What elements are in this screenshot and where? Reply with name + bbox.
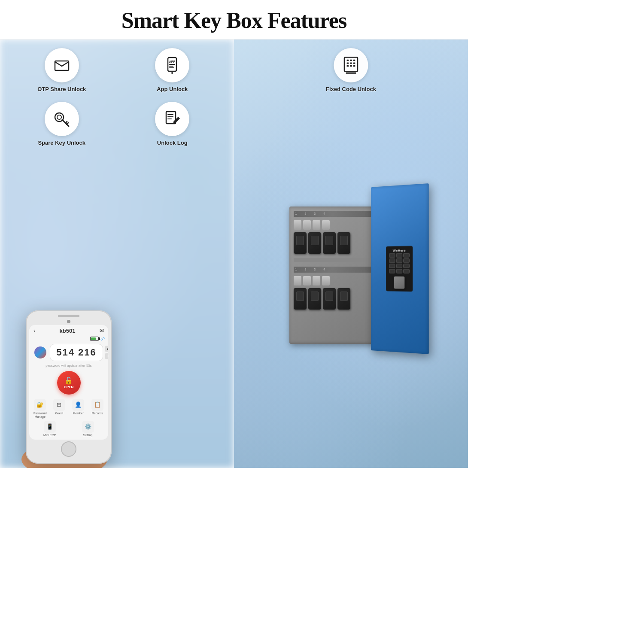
screen-header: ‹ kb501 ✉	[29, 325, 108, 336]
menu-member[interactable]: 👤 Member	[69, 399, 88, 419]
document-pen-icon	[164, 110, 181, 128]
svg-rect-19	[350, 65, 352, 67]
lock-panel: WeHere	[386, 246, 413, 292]
password-manage-label: PasswordManage	[33, 412, 47, 419]
keypad-btn-9	[403, 264, 410, 268]
status-row: ☍	[29, 336, 108, 342]
num-5: 1	[295, 268, 297, 271]
guest-icon: ⊞	[53, 399, 65, 411]
fixed-code-icon-circle	[334, 48, 368, 82]
key-hook-5	[294, 276, 301, 286]
key-fob-row-1	[294, 232, 371, 254]
keypad-btn-0	[396, 269, 402, 273]
keybox-door: WeHere	[371, 183, 429, 354]
menu-mini-erp[interactable]: 📱 Mini ERP	[31, 421, 68, 437]
bluetooth-icon: ☍	[100, 337, 105, 341]
header: Smart Key Box Features	[0, 0, 468, 39]
svg-rect-18	[347, 65, 349, 67]
svg-rect-16	[350, 62, 352, 64]
key-hook-8	[322, 276, 330, 286]
records-icon: 📋	[91, 399, 103, 411]
keypad-btn-7	[389, 264, 395, 268]
number-strip-bottom: 1 2 3 4	[294, 267, 371, 273]
num-6: 2	[304, 268, 306, 271]
num-3: 3	[314, 212, 316, 215]
key-row-2	[294, 276, 371, 286]
feature-app-unlock: APP App Unlock	[119, 48, 226, 93]
device-name: kb501	[35, 328, 100, 334]
share-icon[interactable]: ↑	[105, 353, 108, 359]
svg-rect-21	[346, 73, 356, 74]
svg-rect-3	[169, 64, 175, 65]
left-panel: OTP Share Unlock APP App	[0, 39, 234, 468]
key-fob-5	[294, 288, 307, 310]
feature-spare-key: Spare Key Unlock	[9, 102, 115, 147]
page-title: Smart Key Box Features	[4, 8, 464, 33]
feature-otp-share: OTP Share Unlock	[9, 48, 115, 93]
key-icon-circle	[45, 102, 79, 136]
update-countdown: password will update after 55s	[29, 363, 108, 369]
keypad-btn-1	[389, 253, 395, 258]
battery-icon	[90, 337, 99, 341]
open-label: OPEN	[64, 385, 74, 389]
svg-text:APP: APP	[169, 60, 176, 63]
otp-code: 514 216	[56, 347, 97, 358]
key-row-1	[294, 220, 371, 230]
setting-icon: ⚙️	[82, 421, 94, 433]
app-menu-row1: 🔐 PasswordManage ⊞ Guest 👤 M	[29, 397, 108, 420]
otp-action-icons: ⧉ ↑	[105, 346, 108, 359]
key-fob-8	[337, 288, 350, 310]
fixed-code-feature: Fixed Code Unlock	[326, 48, 376, 93]
key-fob-7	[323, 288, 336, 310]
svg-rect-5	[169, 67, 174, 68]
member-label: Member	[73, 412, 84, 415]
keypad-btn-3	[403, 253, 410, 257]
log-icon-circle	[155, 102, 189, 136]
battery-fill	[91, 337, 96, 340]
password-manage-icon: 🔐	[34, 399, 46, 411]
open-button[interactable]: 🔓 OPEN	[57, 371, 81, 395]
svg-rect-13	[350, 60, 352, 61]
keypad-btn-4	[389, 258, 395, 263]
num-7: 3	[314, 268, 316, 271]
key-fob-6	[308, 288, 321, 310]
app-menu-row2: 📱 Mini ERP ⚙️ Setting	[29, 420, 108, 440]
otp-share-label: OTP Share Unlock	[37, 86, 86, 93]
key-hook-7	[313, 276, 320, 286]
menu-setting[interactable]: ⚙️ Setting	[69, 421, 106, 437]
otp-icon-circle	[45, 48, 79, 82]
num-4: 4	[323, 212, 325, 215]
user-avatar	[34, 346, 46, 358]
feature-unlock-log: Unlock Log	[119, 102, 226, 147]
phone-device: ‹ kb501 ✉ ☍	[26, 310, 112, 464]
menu-password-manage[interactable]: 🔐 PasswordManage	[31, 399, 49, 419]
keypad-btn-8	[396, 264, 402, 268]
key-fob-1	[294, 232, 307, 254]
key-fob-2	[308, 232, 321, 254]
menu-guest[interactable]: ⊞ Guest	[50, 399, 69, 419]
mobile-app-icon: APP	[164, 57, 181, 74]
content-row: OTP Share Unlock APP App	[0, 39, 468, 468]
svg-rect-15	[347, 62, 349, 64]
key-rows-container: 1 2 3 4	[294, 211, 371, 340]
records-label: Records	[92, 412, 103, 415]
phone-camera	[67, 320, 70, 323]
app-icon-circle: APP	[155, 48, 189, 82]
brand-name: WeHere	[392, 249, 405, 252]
svg-rect-17	[353, 62, 355, 64]
mini-erp-icon: 📱	[44, 421, 56, 433]
app-unlock-label: App Unlock	[157, 86, 188, 93]
mail-icon-small: ✉	[100, 328, 104, 334]
keypad-btn-star	[389, 269, 395, 273]
page-container: Smart Key Box Features OTP Share Unlock	[0, 0, 468, 468]
svg-rect-14	[353, 60, 355, 61]
copy-icon[interactable]: ⧉	[105, 346, 108, 352]
home-button[interactable]	[61, 441, 76, 457]
svg-rect-4	[169, 66, 173, 67]
key-hook-6	[303, 276, 311, 286]
number-strip-top: 1 2 3 4	[294, 211, 371, 217]
unlock-log-label: Unlock Log	[157, 140, 188, 147]
keypad-icon	[342, 56, 361, 75]
keybox-illustration: 1 2 3 4	[289, 200, 427, 350]
menu-records[interactable]: 📋 Records	[88, 399, 107, 419]
